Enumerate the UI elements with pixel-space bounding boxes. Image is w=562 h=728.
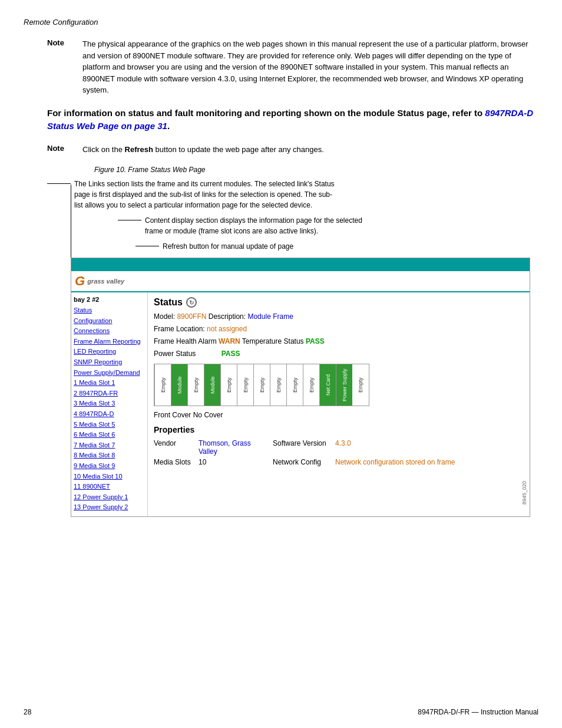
network-config-value: Network configuration stored on frame [335,458,524,466]
slot-5: Empty [220,364,237,406]
frame-location-value-text: not assigned [207,325,247,333]
web-mockup: G grass valley bay 2 #2 Status Configura… [71,258,530,517]
sidebar-link-slot7[interactable]: 7 Media Slot 7 [74,440,145,451]
side-label: 8945_020 [521,481,527,505]
note2-block: Note Click on the Refresh button to upda… [47,144,538,156]
media-slots-label: Media Slots [154,458,195,466]
sidebar-bay-title: bay 2 #2 [74,296,145,303]
front-cover-value-text: No Cover [193,411,223,419]
status-title: Status ↻ [154,297,524,308]
sidebar-link-slot6[interactable]: 6 Media Slot 6 [74,430,145,440]
bold-text-after: . [167,121,170,131]
sidebar-link-configuration[interactable]: Configuration [74,316,145,327]
frame-health-row: Frame Health Alarm WARN Temperature Stat… [154,336,524,347]
callout3: Refresh button for manual update of page [135,241,538,252]
slot-8: Empty [270,364,286,406]
mockup-topbar [71,258,530,271]
callout1: The Links section lists the frame and it… [47,179,538,210]
frame-health-label: Frame Health Alarm [154,337,217,345]
properties-title: Properties [154,425,524,434]
callout2-hline [118,220,141,220]
callout1-hline [47,183,71,184]
front-cover-row: Front Cover No Cover [154,411,524,419]
sidebar-link-status[interactable]: Status [74,305,145,316]
sidebar-link-slot1[interactable]: 1 Media Slot 1 [74,378,145,388]
slot-grid: Empty Module Empty Module Empty Empty Em… [154,364,369,406]
sidebar-link-slot4[interactable]: 4 8947RDA-D [74,409,145,420]
note2-label: Note [47,144,82,156]
warn-value: WARN [219,337,240,345]
vendor-label: Vendor [154,439,195,456]
slot-net-card: Net Card [319,364,336,406]
model-value-text: 8900FFN [177,312,206,321]
mockup-sidebar: bay 2 #2 Status Configuration Connection… [71,292,148,516]
mockup-main: Status ↻ Model: 8900FFN Description: Mod… [148,292,530,516]
sidebar-link-slot9[interactable]: 9 Media Slot 9 [74,461,145,472]
temperature-label-text: Temperature Status [242,337,304,345]
power-status-value: PASS [222,350,240,358]
sidebar-link-snmp[interactable]: SNMP Reporting [74,357,145,368]
sidebar-link-connections[interactable]: Connections [74,326,145,337]
bold-text-before: For information on status and fault moni… [47,108,485,118]
front-cover-label: Front Cover [154,411,191,419]
status-title-text: Status [154,297,183,308]
figure-caption: Figure 10. Frame Status Web Page [94,166,538,174]
sidebar-link-led[interactable]: LED Reporting [74,347,145,357]
header-title: Remote Configuration [24,18,98,27]
power-status-row: Power Status PASS [154,348,524,359]
slot-9: Empty [286,364,303,406]
callout2: Content display section displays the inf… [118,215,538,236]
sidebar-link-slot13[interactable]: 13 Power Supply 2 [74,502,145,513]
sidebar-link-slot10[interactable]: 10 Media Slot 10 [74,472,145,482]
note1-text: The physical appearance of the graphics … [82,38,538,96]
refresh-icon[interactable]: ↻ [186,297,197,308]
slot-power-supply: Power Supply [336,364,352,406]
model-row: Model: 8900FFN Description: Module Frame [154,311,524,322]
frame-location-row: Frame Location: not assigned [154,324,524,334]
slot-last: Empty [352,364,369,406]
page-footer: 28 8947RDA-D/-FR — Instruction Manual [24,708,538,716]
sidebar-link-slot12[interactable]: 12 Power Supply 1 [74,492,145,503]
sidebar-link-slot8[interactable]: 8 Media Slot 8 [74,450,145,461]
slot-1: Empty [154,364,171,406]
media-slots-value: 10 [199,458,269,466]
pass-value: PASS [306,337,325,345]
sidebar-link-power-supply[interactable]: Power Supply/Demand [74,368,145,378]
network-config-label: Network Config [273,458,332,466]
slot-4: Module [204,364,220,406]
callout3-hline [135,246,159,246]
frame-location-label: Frame Location: [154,325,205,333]
sidebar-link-slot11[interactable]: 11 8900NET [74,482,145,492]
sidebar-link-frame-alarm[interactable]: Frame Alarm Reporting [74,337,145,347]
sidebar-link-slot3[interactable]: 3 Media Slot 3 [74,398,145,409]
software-version-value: 4.3.0 [335,439,524,456]
callout3-text: Refresh button for manual update of page [163,241,293,252]
page-header: Remote Configuration [24,18,538,27]
gv-logo-g: G [75,274,85,289]
slot-6: Empty [237,364,253,406]
callout1-text: The Links section lists the frame and it… [74,179,339,210]
footer-manual-title: 8947RDA-D/-FR — Instruction Manual [418,708,538,716]
gv-logo: G grass valley [75,274,124,289]
description-value-text: Module Frame [247,312,293,321]
sidebar-link-slot2[interactable]: 2 8947RDA-FR [74,388,145,399]
slot-10: Empty [303,364,319,406]
sidebar-link-slot5[interactable]: 5 Media Slot 5 [74,420,145,430]
slot-7: Empty [253,364,270,406]
mockup-header: G grass valley [71,271,530,292]
slot-3: Empty [187,364,204,406]
note2-text: Click on the Refresh button to update th… [82,144,538,156]
footer-page-number: 28 [24,708,31,716]
power-status-label: Power Status [154,350,196,358]
note1-block: Note The physical appearance of the grap… [47,38,538,96]
bold-section: For information on status and fault moni… [47,107,538,133]
callout2-text: Content display section displays the inf… [145,215,369,236]
gv-logo-text: grass valley [87,278,124,285]
description-label-text: Description: [209,312,246,321]
slot-2: Module [171,364,187,406]
vendor-value: Thomson, Grass Valley [199,439,269,456]
note1-label: Note [47,38,82,96]
page-container: Remote Configuration Note The physical a… [0,0,562,552]
model-label: Model: [154,312,175,321]
properties-table: Vendor Thomson, Grass Valley Software Ve… [154,439,524,466]
